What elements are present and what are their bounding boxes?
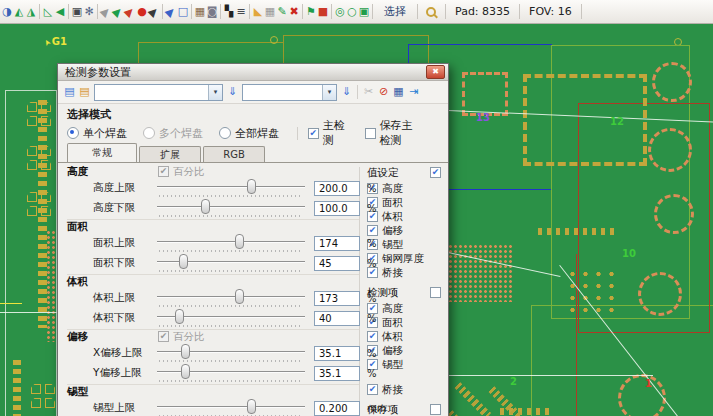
value-input[interactable]: 45 <box>314 256 360 271</box>
slider-thumb[interactable] <box>179 254 188 269</box>
saveas-params-icon[interactable]: ▤ <box>77 84 92 100</box>
value-input[interactable]: 40 <box>314 311 360 326</box>
radio-button[interactable] <box>67 127 79 139</box>
slider[interactable] <box>157 288 305 308</box>
tab-常规[interactable]: 常规 <box>67 143 137 162</box>
slider-thumb[interactable] <box>181 344 190 359</box>
stop-icon[interactable]: ■ <box>317 3 329 20</box>
cut-icon[interactable]: ✂ <box>361 84 376 100</box>
profile-combo-2[interactable] <box>242 84 337 101</box>
megaphone-icon[interactable]: ◀ <box>54 3 66 20</box>
slider[interactable] <box>157 343 305 363</box>
slider[interactable] <box>157 363 305 383</box>
slider-thumb[interactable] <box>175 309 184 324</box>
slider-row: 高度上限200.0% <box>67 178 359 198</box>
checkbox-item-面积[interactable]: ✔面积 <box>367 196 445 209</box>
grid-icon[interactable]: ▦ <box>264 3 276 20</box>
magnifier-icon[interactable] <box>426 6 437 18</box>
disable-icon[interactable]: ⊘ <box>376 84 391 100</box>
sort-az-icon[interactable]: ≡ <box>235 3 247 20</box>
zoom-sel-icon[interactable]: ◮ <box>25 3 37 20</box>
square-icon[interactable]: ▣ <box>358 3 370 20</box>
flag-icon[interactable]: ⚑ <box>305 3 317 20</box>
slider[interactable] <box>157 253 305 273</box>
value-input[interactable]: 174 <box>314 236 360 251</box>
pad-outline <box>41 206 51 216</box>
checkbox[interactable]: ✔ <box>367 384 378 395</box>
value-input[interactable]: 200.0 <box>314 181 360 196</box>
radio-全部焊盘[interactable]: 全部焊盘 <box>219 126 295 141</box>
delete-icon[interactable]: ✖ <box>288 3 300 20</box>
checkbox[interactable]: ✔ <box>367 225 378 236</box>
checkbox-item-桥接[interactable]: ✔桥接 <box>367 266 445 279</box>
pan-view-icon[interactable]: ◑ <box>1 3 13 20</box>
tab-RGB[interactable]: RGB <box>203 146 265 162</box>
measure-angle-icon[interactable]: ◺ <box>42 3 54 20</box>
snapshot-icon[interactable]: ▣ <box>71 3 83 20</box>
slider-thumb[interactable] <box>235 289 244 304</box>
checkbox-item-高度[interactable]: ✔高度 <box>367 302 445 315</box>
circle-dot-icon[interactable]: ◎ <box>334 3 346 20</box>
tab-扩展[interactable]: 扩展 <box>139 146 201 162</box>
checkbox-item-偏移[interactable]: ✔偏移 <box>367 344 445 357</box>
pcb-pad-cluster <box>27 102 51 126</box>
apply-combo2-icon[interactable]: ⇓ <box>339 84 354 100</box>
group-master-checkbox[interactable] <box>430 404 441 415</box>
checkbox[interactable]: ✔ <box>367 267 378 278</box>
slider-thumb[interactable] <box>247 399 256 414</box>
slider[interactable] <box>157 398 305 416</box>
close-icon[interactable]: ✖ <box>426 65 445 79</box>
checkbox-item-体积[interactable]: ✔体积 <box>367 330 445 343</box>
chevron-down-icon[interactable] <box>322 85 336 100</box>
table-icon[interactable]: ▦ <box>194 3 206 20</box>
slider[interactable] <box>157 308 305 328</box>
value-input[interactable]: 35.1 <box>314 346 360 361</box>
value-input[interactable]: 0.200 <box>314 401 360 416</box>
tools-icon[interactable]: ✻ <box>83 3 95 20</box>
group-master-checkbox[interactable]: ✔ <box>430 167 441 178</box>
slider[interactable] <box>157 198 305 218</box>
radio-单个焊盘[interactable]: 单个焊盘 <box>67 126 143 141</box>
checkbox-item-偏移[interactable]: ✔偏移 <box>367 224 445 237</box>
section-title: 高度 <box>67 165 88 179</box>
value-input[interactable]: 35.1 <box>314 366 360 381</box>
draw-icon[interactable]: ✎ <box>276 3 288 20</box>
checkbox[interactable]: ✔ <box>308 128 319 139</box>
checkbox[interactable] <box>365 128 376 139</box>
chevron-down-icon[interactable] <box>208 85 222 100</box>
checkbox-item-桥接[interactable]: ✔桥接 <box>367 383 445 396</box>
apply-combo1-icon[interactable]: ⇓ <box>225 84 240 100</box>
radio-button[interactable] <box>219 127 231 139</box>
slider[interactable] <box>157 233 305 253</box>
slider[interactable] <box>157 178 305 198</box>
unit-label: % <box>367 238 377 249</box>
group-master-checkbox[interactable] <box>430 287 441 298</box>
circle-icon[interactable]: ○ <box>346 3 358 20</box>
checkbox-item-体积[interactable]: ✔体积 <box>367 210 445 223</box>
load-params-icon[interactable]: ▤ <box>62 84 77 100</box>
slider-thumb[interactable] <box>181 364 190 379</box>
slider-thumb[interactable] <box>201 199 210 214</box>
slider-thumb[interactable] <box>235 234 244 249</box>
slider-thumb[interactable] <box>247 179 256 194</box>
checkbox-item-面积[interactable]: ✔面积 <box>367 316 445 329</box>
exit-icon[interactable]: ⇥ <box>406 84 421 100</box>
select-mode-label[interactable]: 选择 <box>384 4 406 19</box>
camera-icon[interactable]: ◙ <box>206 3 218 20</box>
checkbox-保存主检测[interactable]: 保存主检测 <box>365 118 421 148</box>
checkbox-item-高度[interactable]: ✔高度 <box>367 182 445 195</box>
profile-combo-1[interactable] <box>94 84 223 101</box>
set-square-icon[interactable]: ◣ <box>252 3 264 20</box>
fov-counter: FOV: 16 <box>529 5 572 18</box>
checkbox-item-钢网厚度[interactable]: ✔钢网厚度 <box>367 252 445 265</box>
checkbox[interactable]: ✔ <box>367 331 378 342</box>
zoom-fit-icon[interactable]: ◭ <box>13 3 25 20</box>
dialog-titlebar[interactable]: 检测参数设置 ✖ <box>58 64 448 81</box>
checkbox-item-锡型[interactable]: ✔锡型 <box>367 358 445 371</box>
checkbox-主检测[interactable]: ✔主检测 <box>308 118 347 148</box>
checkbox-item-锡型[interactable]: ✔锡型 <box>367 238 445 251</box>
save-icon[interactable]: ▦ <box>391 84 406 100</box>
value-input[interactable]: 173 <box>314 291 360 306</box>
tile-view-icon[interactable]: ▚ <box>223 3 235 20</box>
value-input[interactable]: 100.0 <box>314 201 360 216</box>
